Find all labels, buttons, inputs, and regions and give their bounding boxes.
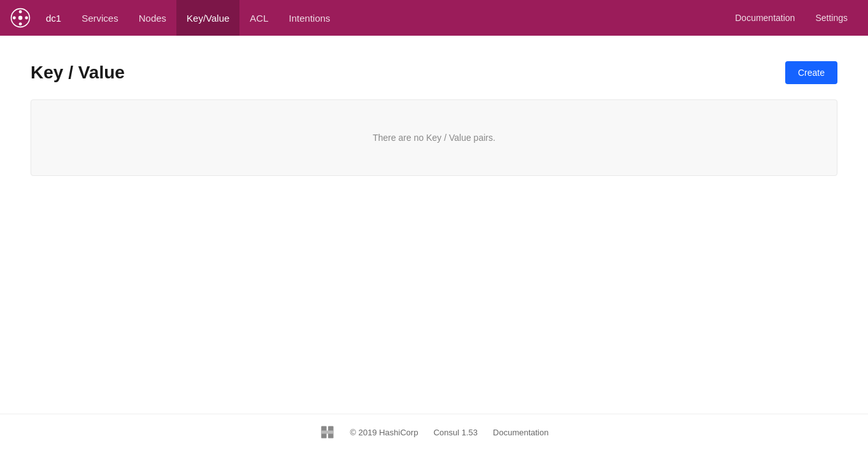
empty-message: There are no Key / Value pairs. bbox=[373, 133, 495, 143]
main-content: Key / Value Create There are no Key / Va… bbox=[0, 36, 868, 201]
footer-version: Consul 1.53 bbox=[434, 428, 478, 437]
footer-doc-link[interactable]: Documentation bbox=[493, 428, 548, 437]
footer: © 2019 HashiCorp Consul 1.53 Documentati… bbox=[0, 414, 868, 450]
nav-item-documentation[interactable]: Documentation bbox=[725, 0, 805, 36]
svg-point-5 bbox=[25, 17, 28, 20]
nav-item-key-value[interactable]: Key/Value bbox=[176, 0, 239, 36]
svg-point-1 bbox=[18, 16, 22, 20]
navbar-right: Documentation Settings bbox=[725, 0, 858, 36]
footer-logo bbox=[320, 425, 335, 440]
navbar-logo bbox=[10, 8, 31, 28]
navbar: dc1 Services Nodes Key/Value ACL Intenti… bbox=[0, 0, 868, 36]
nav-item-intentions[interactable]: Intentions bbox=[279, 0, 341, 36]
navbar-nav: Services Nodes Key/Value ACL Intentions bbox=[71, 0, 725, 36]
footer-copyright: © 2019 HashiCorp bbox=[350, 428, 418, 437]
page-header: Key / Value Create bbox=[31, 61, 837, 84]
nav-item-settings[interactable]: Settings bbox=[805, 0, 858, 36]
page-title: Key / Value bbox=[31, 62, 125, 83]
svg-point-3 bbox=[19, 22, 22, 25]
nav-item-acl[interactable]: ACL bbox=[239, 0, 278, 36]
create-button[interactable]: Create bbox=[785, 61, 837, 84]
svg-point-2 bbox=[19, 10, 22, 13]
navbar-dc-link[interactable]: dc1 bbox=[41, 13, 66, 24]
svg-point-4 bbox=[13, 17, 16, 20]
svg-rect-8 bbox=[321, 431, 333, 434]
consul-logo-icon bbox=[10, 8, 31, 28]
empty-panel: There are no Key / Value pairs. bbox=[31, 99, 837, 176]
nav-item-nodes[interactable]: Nodes bbox=[129, 0, 176, 36]
nav-item-services[interactable]: Services bbox=[71, 0, 129, 36]
hashicorp-logo-icon bbox=[320, 425, 335, 440]
